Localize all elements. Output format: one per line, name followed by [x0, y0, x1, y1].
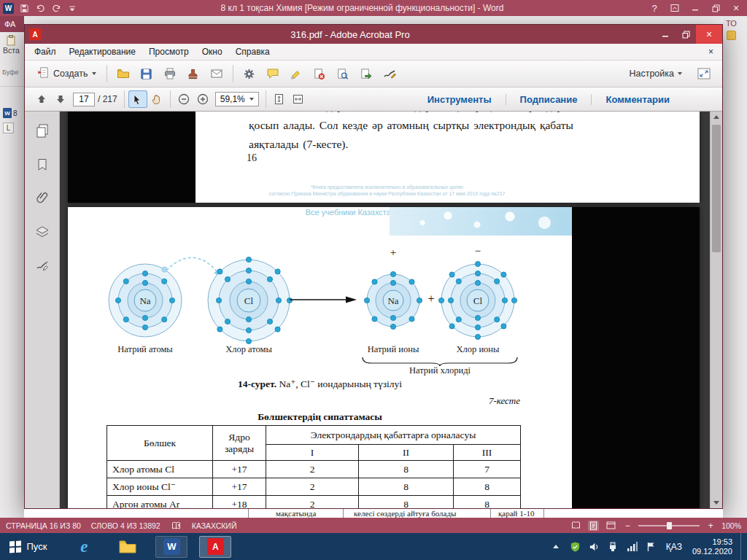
comment-icon[interactable] — [262, 64, 284, 84]
bookmarks-icon[interactable] — [34, 157, 50, 173]
expand-toolbar-icon[interactable] — [693, 64, 715, 84]
menu-help[interactable]: Справка — [229, 44, 276, 60]
vertical-scrollbar[interactable] — [710, 112, 722, 508]
security-shield-icon[interactable] — [569, 540, 581, 553]
doc-export-icon[interactable] — [355, 64, 377, 84]
status-language[interactable]: КАЗАХСКИЙ — [192, 521, 237, 530]
zoom-out-button[interactable] — [174, 90, 193, 108]
create-button[interactable]: Создать — [32, 64, 101, 83]
status-page-count[interactable]: СТРАНИЦА 16 ИЗ 80 — [6, 521, 81, 530]
taskbar-acrobat-icon[interactable]: A — [199, 536, 231, 558]
copyright-watermark: *Книга предоставлена исключительно в обр… — [188, 184, 586, 197]
taskbar-ie-icon[interactable]: e — [68, 536, 100, 558]
desktop: W 8 кл 1 тоқсан Химия [Режим ограниченно… — [0, 0, 747, 560]
sign-icon[interactable] — [379, 64, 400, 84]
volume-icon[interactable] — [588, 540, 600, 553]
reaction-arrow — [290, 294, 357, 306]
zoom-level-dropdown[interactable]: 59,1% — [215, 92, 259, 106]
stamp-icon[interactable] — [182, 64, 204, 84]
black-region — [572, 207, 700, 508]
plus-sign: + — [427, 292, 434, 306]
pdf-view[interactable]: Бейметалл атомдары металл атомдарының сы… — [60, 112, 710, 508]
scroll-up-icon[interactable] — [711, 112, 722, 122]
layers-icon[interactable] — [34, 224, 50, 240]
zoom-out-button[interactable]: − — [623, 521, 632, 531]
paste-button-fragment[interactable]: Вста — [3, 46, 20, 55]
molecule-banner-image — [390, 207, 572, 236]
proofing-icon[interactable] — [171, 521, 182, 531]
taskbar-explorer-icon[interactable] — [112, 536, 144, 558]
scroll-down-icon[interactable] — [711, 497, 722, 508]
menu-window[interactable]: Окно — [196, 44, 229, 60]
file-tab-fragment[interactable]: ФА — [0, 16, 24, 32]
taskbar-word-icon[interactable]: W — [155, 536, 187, 558]
print-icon[interactable] — [159, 64, 181, 84]
usb-icon[interactable] — [607, 540, 619, 553]
zoom-slider-thumb[interactable] — [667, 522, 672, 529]
signatures-icon[interactable] — [34, 257, 50, 273]
menu-view[interactable]: Просмотр — [142, 44, 196, 60]
zoom-in-button[interactable]: + — [706, 521, 715, 531]
restore-icon[interactable] — [708, 1, 724, 15]
minimize-icon[interactable] — [655, 25, 676, 44]
minimize-icon[interactable] — [687, 1, 703, 15]
word-doc-icon[interactable]: W 8 — [3, 108, 18, 118]
help-icon[interactable]: ? — [646, 1, 662, 15]
menu-file[interactable]: Файл — [28, 44, 63, 60]
close-document-icon[interactable]: × — [708, 47, 713, 57]
highlight-icon[interactable] — [285, 64, 307, 84]
zoom-slider[interactable] — [638, 525, 700, 526]
tab-stop-selector[interactable]: L — [3, 122, 14, 133]
settings-button[interactable]: Настройка — [624, 66, 687, 81]
page-number-input[interactable]: 17 — [73, 93, 95, 106]
black-region — [68, 112, 196, 203]
email-icon[interactable] — [206, 64, 228, 84]
table-header: Бөлшек — [107, 426, 213, 461]
undo-icon[interactable] — [34, 2, 46, 14]
redo-icon[interactable] — [50, 2, 62, 14]
zoom-in-button[interactable] — [193, 90, 212, 108]
fit-page-icon[interactable] — [270, 90, 289, 108]
menu-edit[interactable]: Редактирование — [63, 44, 142, 60]
next-page-button[interactable] — [51, 90, 70, 108]
cl-atom-diagram: Cl — [202, 254, 295, 350]
network-icon[interactable] — [626, 540, 638, 553]
quick-access-menu-icon[interactable] — [66, 2, 78, 14]
clock[interactable]: 19:53 09.12.2020 — [692, 537, 732, 556]
fit-width-icon[interactable] — [289, 90, 308, 108]
start-button[interactable]: Пуск — [0, 533, 56, 560]
read-mode-icon[interactable] — [570, 521, 581, 531]
previous-page-button[interactable] — [32, 90, 51, 108]
hidden-icons-chevron[interactable] — [550, 540, 562, 553]
action-center-flag-icon[interactable] — [645, 540, 657, 553]
zoom-percentage[interactable]: 100% — [721, 521, 741, 530]
close-icon[interactable]: × — [696, 25, 722, 44]
comments-panel-button[interactable]: Комментарии — [603, 94, 673, 105]
print-layout-icon[interactable] — [588, 521, 599, 531]
tools-panel-button[interactable]: Инструменты — [425, 94, 495, 105]
open-icon[interactable] — [112, 64, 134, 84]
word-app-icon[interactable]: W — [3, 3, 14, 14]
table-cell: 2 — [266, 461, 359, 478]
language-indicator[interactable]: ҚАЗ — [664, 542, 684, 552]
gear-icon[interactable] — [239, 64, 260, 84]
page-thumbnails-icon[interactable] — [34, 123, 50, 139]
show-desktop-button[interactable] — [740, 533, 745, 560]
sign-panel-button[interactable]: Подписание — [517, 94, 581, 105]
ribbon-display-options-icon[interactable] — [667, 1, 683, 15]
hand-tool-button[interactable] — [147, 90, 166, 108]
select-tool-button[interactable] — [128, 90, 147, 108]
status-word-count[interactable]: СЛОВО 4 ИЗ 13892 — [91, 521, 160, 530]
save-icon[interactable] — [136, 64, 158, 84]
web-layout-icon[interactable] — [605, 521, 616, 531]
attachments-icon[interactable] — [34, 190, 50, 206]
doc-search-icon[interactable] — [332, 64, 354, 84]
save-icon[interactable] — [18, 2, 30, 14]
scrollbar-thumb[interactable] — [712, 125, 721, 252]
restore-icon[interactable] — [676, 25, 696, 44]
doc-delete-icon[interactable] — [309, 64, 330, 84]
svg-text:Na: Na — [387, 295, 398, 306]
close-icon[interactable]: × — [728, 1, 744, 15]
table-title: Бөлшектердің сипаттамасы — [68, 411, 572, 423]
word-window-title: 8 кл 1 тоқсан Химия [Режим ограниченной … — [78, 3, 646, 13]
